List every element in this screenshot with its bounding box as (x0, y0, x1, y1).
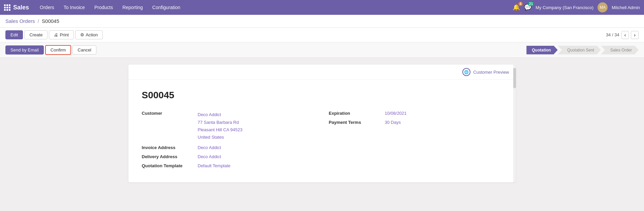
pager-prev[interactable]: ‹ (621, 31, 629, 39)
globe-icon: 🌐 (462, 68, 470, 76)
print-icon: 🖨 (54, 32, 58, 37)
top-navigation: Sales Orders To Invoice Products Reporti… (0, 0, 644, 15)
pager-next[interactable]: › (631, 31, 639, 39)
main-content: 🌐 Customer Preview S00045 Customer Deco … (0, 58, 644, 189)
customer-name[interactable]: Deco Addict (198, 112, 221, 117)
pager-info: 34 / 34 (606, 32, 619, 37)
document-card: 🌐 Customer Preview S00045 Customer Deco … (128, 65, 516, 182)
nav-link-orders[interactable]: Orders (36, 3, 58, 12)
company-name: My Company (San Francisco) (535, 5, 593, 10)
app-logo[interactable]: Sales (4, 4, 29, 11)
quotation-template-field: Quotation Template Default Template (142, 163, 315, 168)
cancel-button[interactable]: Cancel (72, 45, 96, 55)
avatar[interactable]: MA (597, 2, 608, 12)
action-label: Action (86, 32, 98, 37)
nav-link-to-invoice[interactable]: To Invoice (60, 3, 89, 12)
app-name: Sales (13, 4, 29, 11)
status-step-quotation[interactable]: Quotation (526, 46, 558, 55)
status-step-quotation-sent[interactable]: Quotation Sent (558, 46, 601, 55)
edit-button[interactable]: Edit (5, 30, 23, 39)
expiration-value: 10/08/2021 (385, 111, 407, 116)
status-step-sales-order[interactable]: Sales Order (601, 46, 639, 55)
send-by-email-button[interactable]: Send by Email (5, 45, 44, 55)
delivery-address-value[interactable]: Deco Addict (198, 154, 221, 159)
scrollbar-thumb[interactable] (513, 68, 516, 88)
customer-address-2: Pleasant Hill CA 94523 (198, 126, 243, 134)
create-button[interactable]: Create (24, 30, 48, 39)
customer-preview-label[interactable]: Customer Preview (473, 70, 509, 75)
main-toolbar: Edit Create 🖨 Print ⚙ Action 34 / 34 ‹ › (0, 28, 644, 42)
document-body: S00045 Customer Deco Addict 77 Santa Bar… (128, 80, 516, 182)
payment-terms-label: Payment Terms (329, 120, 379, 125)
notification-badge: 4 (518, 2, 523, 6)
pager: 34 / 34 ‹ › (606, 31, 639, 39)
nav-link-reporting[interactable]: Reporting (118, 3, 147, 12)
customer-label: Customer (142, 111, 192, 141)
delivery-address-field: Delivery Address Deco Addict (142, 154, 315, 159)
breadcrumb-current: S00045 (42, 18, 59, 24)
customer-address-3: United States (198, 134, 243, 141)
nav-links: Orders To Invoice Products Reporting Con… (36, 3, 506, 12)
breadcrumb-separator: / (38, 18, 39, 24)
invoice-address-label: Invoice Address (142, 145, 192, 150)
grid-icon (4, 4, 10, 11)
invoice-address-value[interactable]: Deco Addict (198, 145, 221, 150)
action-toolbar: Send by Email Confirm Cancel Quotation Q… (0, 42, 644, 58)
delivery-address-label: Delivery Address (142, 154, 192, 159)
print-label: Print (60, 32, 69, 37)
gear-icon: ⚙ (80, 32, 84, 37)
action-button[interactable]: ⚙ Action (75, 30, 103, 39)
customer-value: Deco Addict 77 Santa Barbara Rd Pleasant… (198, 111, 243, 141)
payment-terms-field: Payment Terms 30 Days (329, 120, 502, 125)
expiration-field: Expiration 10/08/2021 (329, 111, 502, 116)
nav-link-products[interactable]: Products (90, 3, 117, 12)
nav-link-configuration[interactable]: Configuration (148, 3, 184, 12)
breadcrumb-parent[interactable]: Sales Orders (5, 18, 35, 24)
nav-right: 🔔 4 💬 21 My Company (San Francisco) MA M… (513, 2, 640, 12)
status-bar: Quotation Quotation Sent Sales Order (526, 46, 639, 55)
scrollbar-track[interactable] (513, 65, 516, 182)
customer-address-1: 77 Santa Barbara Rd (198, 119, 243, 126)
customer-field: Customer Deco Addict 77 Santa Barbara Rd… (142, 111, 315, 141)
order-number: S00045 (142, 90, 502, 101)
expiration-label: Expiration (329, 111, 379, 116)
document-fields: Customer Deco Addict 77 Santa Barbara Rd… (142, 111, 502, 172)
notifications-button[interactable]: 🔔 4 (513, 4, 520, 11)
invoice-address-field: Invoice Address Deco Addict (142, 145, 315, 150)
quotation-template-label: Quotation Template (142, 163, 192, 168)
breadcrumb: Sales Orders / S00045 (0, 15, 644, 28)
customer-preview-bar: 🌐 Customer Preview (128, 65, 516, 80)
confirm-button[interactable]: Confirm (45, 45, 71, 55)
payment-terms-value: 30 Days (385, 120, 401, 125)
message-badge: 21 (528, 2, 534, 6)
messages-button[interactable]: 💬 21 (524, 4, 531, 11)
print-button[interactable]: 🖨 Print (49, 30, 74, 39)
avatar-initials: MA (600, 5, 606, 10)
quotation-template-value[interactable]: Default Template (198, 163, 231, 168)
user-name: Mitchell Admin (612, 5, 640, 10)
